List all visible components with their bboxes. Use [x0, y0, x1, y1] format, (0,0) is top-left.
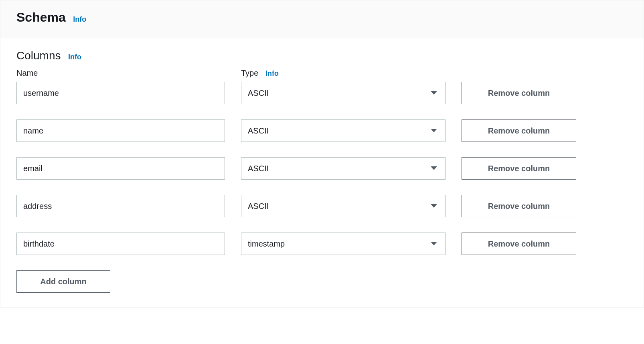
remove-column-button[interactable]: Remove column [462, 233, 576, 255]
columns-labels: Name Type Info [16, 69, 628, 78]
schema-panel: Schema Info Columns Info Name Type Info … [0, 0, 644, 308]
remove-column-button[interactable]: Remove column [462, 157, 576, 180]
columns-info-link[interactable]: Info [68, 53, 81, 61]
column-row: timestamp Remove column [16, 233, 628, 255]
remove-column-button[interactable]: Remove column [462, 195, 576, 217]
column-type-value: ASCII [241, 82, 446, 104]
columns-title: Columns [16, 49, 61, 62]
schema-panel-header: Schema Info [0, 0, 644, 38]
column-type-value: ASCII [241, 157, 446, 180]
columns-section-heading: Columns Info [16, 49, 628, 66]
column-type-select[interactable]: ASCII [241, 157, 446, 180]
column-type-select[interactable]: timestamp [241, 233, 446, 255]
add-column-button[interactable]: Add column [16, 270, 110, 293]
column-type-value: timestamp [241, 233, 446, 255]
column-row: ASCII Remove column [16, 119, 628, 142]
column-row: ASCII Remove column [16, 195, 628, 217]
type-info-link[interactable]: Info [265, 69, 279, 77]
column-type-select[interactable]: ASCII [241, 119, 446, 142]
column-row: ASCII Remove column [16, 82, 628, 104]
column-type-value: ASCII [241, 195, 446, 217]
column-name-input[interactable] [16, 195, 225, 217]
type-label-text: Type [241, 69, 258, 77]
column-name-input[interactable] [16, 157, 225, 180]
column-name-input[interactable] [16, 233, 225, 255]
column-type-select[interactable]: ASCII [241, 195, 446, 217]
schema-panel-body: Columns Info Name Type Info ASCII Remove… [0, 38, 644, 307]
column-name-input[interactable] [16, 82, 225, 104]
column-type-value: ASCII [241, 119, 446, 142]
remove-column-button[interactable]: Remove column [462, 119, 576, 142]
column-type-select[interactable]: ASCII [241, 82, 446, 104]
schema-info-link[interactable]: Info [73, 15, 86, 23]
column-row: ASCII Remove column [16, 157, 628, 180]
schema-title: Schema [16, 10, 66, 25]
name-column-label: Name [16, 69, 225, 78]
type-column-label: Type Info [241, 69, 446, 78]
column-name-input[interactable] [16, 119, 225, 142]
remove-column-button[interactable]: Remove column [462, 82, 576, 104]
